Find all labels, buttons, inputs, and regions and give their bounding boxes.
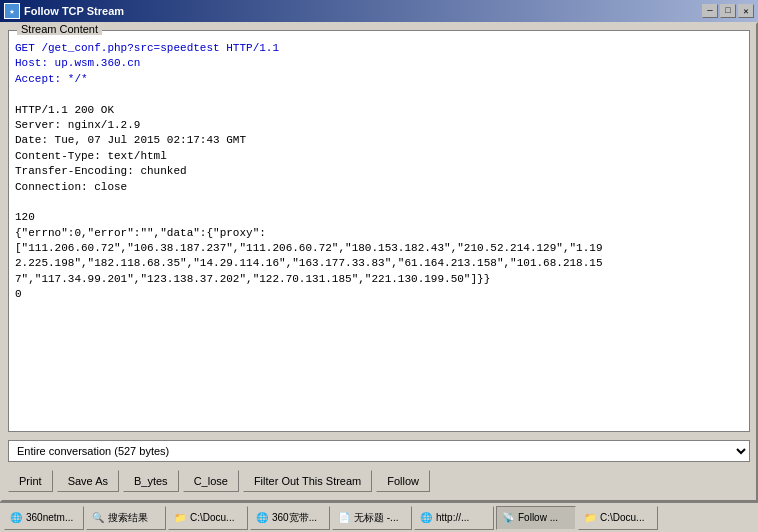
bottom-controls: Entire conversation (527 bytes)Client pa… xyxy=(8,438,750,464)
taskbar-item[interactable]: 🌐http://... xyxy=(414,506,494,530)
maximize-button[interactable]: □ xyxy=(720,4,736,18)
taskbar-item-label: 无标题 -... xyxy=(354,511,398,525)
print-button[interactable]: Print xyxy=(8,470,53,492)
taskbar-item-label: 搜索结果 xyxy=(108,511,148,525)
taskbar-item[interactable]: 📁C:\Docu... xyxy=(578,506,658,530)
button-row: Print Save As B_ytes C_lose Filter Out T… xyxy=(8,468,750,494)
taskbar-item-icon: 📁 xyxy=(583,511,597,525)
taskbar-item-icon: 🔍 xyxy=(91,511,105,525)
taskbar-item-label: 360netm... xyxy=(26,512,73,523)
main-window: Stream Content GET /get_conf.php?src=spe… xyxy=(0,22,758,502)
conversation-dropdown[interactable]: Entire conversation (527 bytes)Client pa… xyxy=(8,440,750,462)
follow-button[interactable]: Follow xyxy=(376,470,430,492)
taskbar-item[interactable]: 📡Follow ... xyxy=(496,506,576,530)
taskbar-item-icon: 🌐 xyxy=(9,511,23,525)
close-button[interactable]: ✕ xyxy=(738,4,754,18)
taskbar-item-icon: 📡 xyxy=(501,511,515,525)
taskbar-item[interactable]: 📁C:\Docu... xyxy=(168,506,248,530)
taskbar-item-icon: 📁 xyxy=(173,511,187,525)
conversation-dropdown-wrapper[interactable]: Entire conversation (527 bytes)Client pa… xyxy=(8,440,750,462)
title-bar-left: ★ Follow TCP Stream xyxy=(4,3,124,19)
taskbar-item-label: C:\Docu... xyxy=(600,512,644,523)
taskbar-item-label: http://... xyxy=(436,512,469,523)
taskbar-item-icon: 🌐 xyxy=(419,511,433,525)
title-controls[interactable]: ─ □ ✕ xyxy=(702,4,754,18)
taskbar-item[interactable]: 🔍搜索结果 xyxy=(86,506,166,530)
stream-content-area[interactable]: GET /get_conf.php?src=speedtest HTTP/1.1… xyxy=(9,35,749,431)
minimize-button[interactable]: ─ xyxy=(702,4,718,18)
close-button-bottom[interactable]: C_lose xyxy=(183,470,239,492)
taskbar-item-label: C:\Docu... xyxy=(190,512,234,523)
window-title: Follow TCP Stream xyxy=(24,5,124,17)
group-box-label: Stream Content xyxy=(17,23,102,35)
taskbar-item[interactable]: 📄无标题 -... xyxy=(332,506,412,530)
taskbar-item[interactable]: 🌐360netm... xyxy=(4,506,84,530)
taskbar-item-icon: 🌐 xyxy=(255,511,269,525)
bytes-button[interactable]: B_ytes xyxy=(123,470,179,492)
taskbar-item-icon: 📄 xyxy=(337,511,351,525)
title-bar: ★ Follow TCP Stream ─ □ ✕ xyxy=(0,0,758,22)
window-icon: ★ xyxy=(4,3,20,19)
taskbar-item-label: 360宽带... xyxy=(272,511,317,525)
filter-out-button[interactable]: Filter Out This Stream xyxy=(243,470,372,492)
taskbar-item[interactable]: 🌐360宽带... xyxy=(250,506,330,530)
taskbar-item-label: Follow ... xyxy=(518,512,558,523)
save-as-button[interactable]: Save As xyxy=(57,470,119,492)
stream-content-group: Stream Content GET /get_conf.php?src=spe… xyxy=(8,30,750,432)
taskbar: 🌐360netm...🔍搜索结果📁C:\Docu...🌐360宽带...📄无标题… xyxy=(0,502,758,532)
